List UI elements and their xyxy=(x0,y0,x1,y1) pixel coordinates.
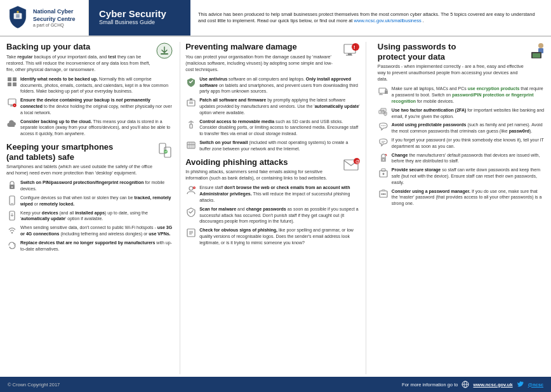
passwords-section: Using passwords toprotect your data Pass… xyxy=(378,42,545,207)
title-main: Cyber Security xyxy=(99,9,180,20)
phone-icon xyxy=(6,195,18,206)
malware-icon: ! xyxy=(343,42,361,58)
checklist-icon xyxy=(185,227,197,238)
antivirus-icon xyxy=(185,76,197,88)
smartphones-bullet-5: Replace devices that are no longer suppo… xyxy=(20,240,173,252)
passwords-bullet-4: If you forget your password (or you thin… xyxy=(392,137,545,150)
malware-bullet-4: Switch on your firewall (included with m… xyxy=(199,140,361,152)
wifi-icon xyxy=(6,225,18,236)
list-item: Keep your devices (and all installed app… xyxy=(6,210,173,223)
passwords-bullet-1: Make sure all laptops, MACs and PCs use … xyxy=(392,86,545,104)
svg-text:@: @ xyxy=(355,159,360,164)
smartphones-bullet-4: When sending sensitive data, don't conne… xyxy=(20,225,173,237)
patch-icon xyxy=(185,97,197,108)
passwords-bullet-7: Consider using a password manager. If yo… xyxy=(392,188,545,207)
phishing-bullet-2: Scan for malware and change passwords as… xyxy=(199,206,361,225)
phishing-bullet-3: Check for obvious signs of phishing, lik… xyxy=(199,227,361,245)
list-item: Avoid using predictable passwords (such … xyxy=(378,122,545,134)
firewall-icon xyxy=(185,140,197,151)
twitter-link[interactable]: @ncsc xyxy=(528,382,543,388)
pwd-manager-icon xyxy=(378,188,389,200)
middle-column: Preventing malware damage You can protec… xyxy=(180,42,366,374)
passwords-bullets: Make sure all laptops, MACs and PCs use … xyxy=(378,86,545,207)
usb-icon xyxy=(185,119,197,130)
list-item: Use antivirus software on all computers … xyxy=(185,76,361,95)
list-item: When sending sensitive data, don't conne… xyxy=(6,225,173,237)
smartphones-intro: Smartphones and tablets (which are used … xyxy=(6,164,154,176)
list-item: Consider using a password manager. If yo… xyxy=(378,188,545,207)
backup-bullets: Identify what needs to be backed up. Nor… xyxy=(6,76,173,137)
update-icon xyxy=(6,210,18,221)
svg-rect-9 xyxy=(8,82,11,86)
passwords-title: Using passwords toprotect your data xyxy=(378,42,526,62)
list-item: Replace devices that are no longer suppo… xyxy=(6,240,173,252)
list-item: Provide secure storage so staff can writ… xyxy=(378,167,545,185)
list-item: If you forget your password (or you thin… xyxy=(378,137,545,150)
passwords-bullet-6: Provide secure storage so staff can writ… xyxy=(392,167,545,185)
grid-icon xyxy=(6,76,18,88)
phishing-section: Avoiding phishing attacks In phishing at… xyxy=(185,157,361,246)
smartphone-icon xyxy=(157,142,173,160)
lock-icon xyxy=(6,180,18,191)
logo-container: National Cyber Security Centre a part of… xyxy=(0,0,89,36)
list-item: Check for obvious signs of phishing, lik… xyxy=(185,227,361,245)
list-item: Scan for malware and change passwords as… xyxy=(185,206,361,225)
malware-bullet-1: Use antivirus software on all computers … xyxy=(199,76,361,95)
footer: © Crown Copyright 2017 For more informat… xyxy=(0,377,551,392)
svg-point-1 xyxy=(17,11,19,13)
smartphones-bullet-1: Switch on PIN/password protection/finger… xyxy=(20,180,173,192)
svg-rect-7 xyxy=(8,77,11,81)
smartphones-title: Keeping your smartphones(and tablets) sa… xyxy=(6,142,154,162)
list-item: Switch on your firewall (included with m… xyxy=(185,140,361,152)
passwords-bullet-2: Use two factor authentication (2FA) for … xyxy=(392,107,545,120)
copyright: © Crown Copyright 2017 xyxy=(8,382,60,388)
website-link[interactable]: www.ncsc.gov.uk xyxy=(473,382,512,388)
passwords-icon xyxy=(528,42,545,62)
passwords-bullet-5: Change the manufacturers' default passwo… xyxy=(392,152,545,165)
phishing-bullet-1: Ensure staff don't browse the web or che… xyxy=(199,185,361,203)
svg-point-29 xyxy=(352,43,359,51)
malware-bullet-3: Control access to removable media such a… xyxy=(199,119,361,137)
footer-right: For more information go to www.ncsc.gov.… xyxy=(402,381,543,388)
svg-point-79 xyxy=(381,193,382,194)
admin-icon xyxy=(185,185,197,196)
svg-point-67 xyxy=(382,126,383,127)
backup-title: Backing up your data xyxy=(6,42,153,52)
list-item: Ensure the device containing your backup… xyxy=(6,97,173,115)
smartphones-bullet-3: Keep your devices (and all installed app… xyxy=(20,210,173,223)
svg-rect-35 xyxy=(190,124,192,128)
svg-rect-62 xyxy=(385,91,388,94)
list-item: Patch all software and firmware by promp… xyxy=(185,97,361,115)
cloud-icon xyxy=(6,119,18,130)
smartphones-section: Keeping your smartphones(and tablets) sa… xyxy=(6,142,173,252)
speech2-icon xyxy=(378,137,389,148)
backup-section: Backing up your data Take regular backup… xyxy=(6,42,173,137)
svg-point-73 xyxy=(383,159,384,160)
backup-icon xyxy=(156,42,173,60)
left-column: Backing up your data Take regular backup… xyxy=(6,42,173,374)
smartphones-bullet-2: Configure devices so that when lost or s… xyxy=(20,195,173,207)
logo-name: National Cyber Security Centre xyxy=(33,8,76,23)
passwords-bullet-3: Avoid using predictable passwords (such … xyxy=(392,122,545,134)
backup-bullet-1: Identify what needs to be backed up. Nor… xyxy=(20,76,173,95)
svg-point-25 xyxy=(11,232,13,233)
laptop-lock-icon xyxy=(378,86,389,97)
malware-intro: You can protect your organisation from t… xyxy=(185,54,340,73)
more-info-text: For more information go to xyxy=(402,382,458,388)
header-intro: This advice has been produced to help sm… xyxy=(190,0,551,36)
passwords-intro: Passwords - when implemented correctly -… xyxy=(378,63,526,82)
page-title: Cyber Security Small Business Guide xyxy=(89,0,190,36)
svg-rect-58 xyxy=(533,53,540,58)
smartphones-bullets: Switch on PIN/password protection/finger… xyxy=(6,180,173,252)
device-icon xyxy=(6,97,18,108)
backup-bullet-2: Ensure the device containing your backup… xyxy=(20,97,173,115)
globe-icon xyxy=(461,381,469,388)
backup-bullet-3: Consider backing up to the cloud. This m… xyxy=(20,119,173,137)
svg-rect-34 xyxy=(190,98,192,100)
header: National Cyber Security Centre a part of… xyxy=(0,0,551,37)
phishing-icon: @ xyxy=(343,157,361,173)
ncsc-link[interactable]: www.ncsc.gov.uk/smallbusiness xyxy=(354,18,422,23)
twitter-icon xyxy=(517,381,524,388)
secure-storage-icon xyxy=(378,167,389,178)
list-item: Consider backing up to the cloud. This m… xyxy=(6,119,173,137)
